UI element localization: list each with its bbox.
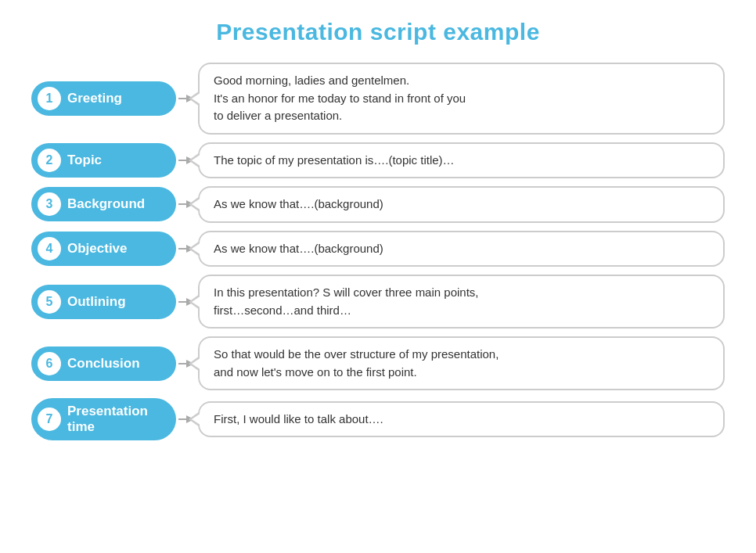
speech-bubble-2: The topic of my presentation is….(topic … — [198, 142, 725, 179]
label-pill-4: 4Objective — [31, 232, 176, 266]
step-number-3: 3 — [38, 192, 61, 216]
speech-bubble-6: So that would be the over structure of m… — [198, 336, 725, 390]
speech-bubble-7: First, I would like to talk about…. — [198, 401, 725, 438]
label-pill-3: 3Background — [31, 187, 176, 221]
speech-bubble-5: In this presentation? S will cover three… — [198, 275, 725, 329]
step-label-4: Objective — [67, 241, 128, 257]
step-label-2: Topic — [67, 153, 102, 168]
script-row-4: 4Objective As we know that….(background) — [31, 231, 725, 268]
label-pill-6: 6Conclusion — [31, 347, 176, 381]
script-row-6: 6Conclusion So that would be the over st… — [31, 336, 725, 390]
script-row-1: 1Greeting Good morning, ladies and gente… — [31, 63, 725, 135]
script-row-7: 7Presentation time First, I would like t… — [31, 398, 725, 440]
step-number-6: 6 — [38, 352, 61, 375]
label-pill-5: 5Outlining — [31, 285, 176, 319]
step-number-4: 4 — [38, 237, 61, 260]
speech-bubble-1: Good morning, ladies and gentelmen. It's… — [198, 63, 725, 135]
step-number-5: 5 — [38, 290, 61, 314]
step-label-7: Presentation time — [67, 404, 162, 435]
label-pill-7: 7Presentation time — [31, 398, 176, 440]
script-row-2: 2Topic The topic of my presentation is….… — [31, 142, 725, 179]
step-label-3: Background — [67, 196, 145, 212]
step-label-1: Greeting — [67, 91, 122, 106]
step-number-2: 2 — [38, 149, 61, 172]
script-row-5: 5Outlining In this presentation? S will … — [31, 275, 725, 329]
script-row-3: 3Background As we know that….(background… — [31, 186, 725, 223]
step-label-6: Conclusion — [67, 356, 140, 372]
step-number-7: 7 — [38, 408, 61, 431]
step-number-1: 1 — [38, 87, 61, 110]
page-title: Presentation script example — [216, 19, 540, 45]
speech-bubble-3: As we know that….(background) — [198, 186, 725, 223]
speech-bubble-4: As we know that….(background) — [198, 231, 725, 268]
label-pill-2: 2Topic — [31, 143, 176, 178]
step-label-5: Outlining — [67, 294, 126, 310]
label-pill-1: 1Greeting — [31, 81, 176, 116]
